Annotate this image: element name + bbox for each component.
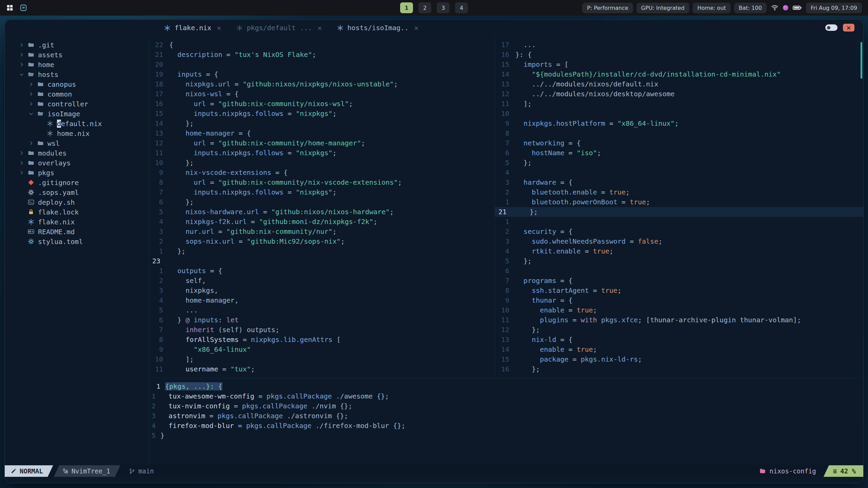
tree-item-common[interactable]: common [5,89,149,99]
code-token: username [185,365,218,373]
tree-item-home-nix[interactable]: home.nix [5,128,149,138]
chevron-right-icon[interactable] [28,141,37,146]
code-token: ; [390,208,394,216]
chevron-right-icon[interactable] [19,52,28,57]
line-number: 5 [149,207,169,217]
editor-flake-nix[interactable]: 22{21 description = "tux's NixOS Flake";… [149,36,495,378]
code-token [169,345,194,353]
chevron-right-icon[interactable] [28,82,37,87]
code-token: thunar [532,296,556,304]
line-number: 6 [149,315,169,325]
tree-item-flake-lock[interactable]: flake.lock [5,207,149,217]
code-token: ; [333,227,337,236]
tree-item-git[interactable]: .git [5,40,149,50]
chevron-right-icon[interactable] [19,62,28,67]
line-number: 13 [149,128,169,138]
tree-item-label: flake.lock [38,208,79,216]
workspace-button-3[interactable]: 3 [437,2,450,13]
tab-close-icon[interactable]: × [217,24,221,32]
code-token: ; [333,149,337,157]
tree-item-pkgs[interactable]: pkgs [5,168,149,178]
tree-item-home[interactable]: home [5,60,149,69]
tree-item-gitignore[interactable]: .gitignore [5,178,149,187]
file-explorer: .gitassetshomehostscanopuscommoncontroll… [5,36,149,465]
code-line: 1 bluetooth.powerOnBoot = true; [495,197,863,207]
code-token: ./nvim {}; [308,402,352,410]
code-token: ./astronvim {}; [283,412,348,420]
chevron-right-icon[interactable] [28,101,37,106]
tab-label: pkgs/default ... [247,24,312,32]
chevron-right-icon[interactable] [19,42,28,47]
code-token: ; [251,365,255,373]
code-token: = [235,237,247,245]
tree-item-assets[interactable]: assets [5,50,149,60]
desktop: { "topbar": { "workspaces": ["1", "2", "… [0,0,868,488]
workspace-button-1[interactable]: 1 [400,2,413,13]
tree-item-label: deploy.sh [38,198,75,206]
chevron-right-icon[interactable] [19,150,28,156]
chevron-right-icon[interactable] [19,160,28,165]
code-token: inputs.nixpkgs.follows [194,149,283,157]
code-line: 4 rtkit.enable = true; [495,246,863,256]
code-token: bluetooth.powerOnBoot [532,198,617,206]
code-line: 13 nix-ld = { [495,335,863,345]
chevron-down-icon[interactable] [28,111,37,116]
tree-item-label: hosts [38,70,58,79]
code-token [169,100,194,108]
code-token: "x86_64-linux" [194,345,251,353]
chevron-right-icon[interactable] [28,92,37,97]
window-close-button[interactable]: × [843,24,854,32]
editor-pkgs-default-nix[interactable]: 1{pkgs, ...}: {1 tux-awesome-wm-config =… [149,378,863,465]
tree-item-canopus[interactable]: canopus [5,79,149,89]
workspace-button-4[interactable]: 4 [455,2,468,13]
tree-item-label: home.nix [57,129,90,138]
tab-close-icon[interactable]: × [317,24,322,32]
app-launcher-icon[interactable] [6,4,14,12]
buffer-tab-pkgs-default[interactable]: pkgs/default ...× [236,24,322,32]
code-line: 1 [495,217,863,227]
code-line: 20 [149,60,495,69]
tree-item-stylua-toml[interactable]: stylua.toml [5,237,149,246]
tree-item-controller[interactable]: controller [5,99,149,109]
code-token [160,402,169,410]
code-token: = { [565,139,581,147]
code-token: }; [515,326,540,334]
code-line: 5 }; [495,256,863,266]
window-pin-toggle[interactable] [825,24,837,31]
code-token: description [177,50,222,59]
scrollbar-thumb[interactable] [861,42,862,79]
code-text: self, [169,276,206,286]
tree-item-isoimage[interactable]: isoImage [5,109,149,119]
code-token [515,178,524,186]
chevron-down-icon[interactable] [19,72,28,77]
workspace-button-2[interactable]: 2 [418,2,431,13]
tree-item-overlays[interactable]: overlays [5,158,149,168]
tree-item-deploy-sh[interactable]: deploy.sh [5,197,149,207]
code-token: = [581,247,593,255]
code-token [169,237,185,245]
tree-item-flake-nix[interactable]: flake.nix [5,217,149,227]
code-line: 7 programs = { [495,276,863,286]
lines-icon: ≡ [833,467,837,475]
tab-close-icon[interactable]: × [414,24,418,32]
code-token: self, [169,277,206,285]
tree-item-wsl[interactable]: wsl [5,138,149,148]
code-text: sops-nix.url = "github:Mic92/sops-nix"; [169,237,345,246]
command-line[interactable] [5,477,863,483]
mode-label: NORMAL [20,467,43,475]
code-token: = [ [552,60,568,68]
tree-item-sops-yaml[interactable]: .sops.yaml [5,187,149,197]
editor-iso-default-nix[interactable]: 17 ...16}: {15 imports = [14 "${modulesP… [495,36,863,378]
tree-item-hosts[interactable]: hosts [5,69,149,79]
buffer-tab-hosts-isoimag[interactable]: hosts/isoImag..× [337,24,419,32]
terminal-window: flake.nix×pkgs/default ...×hosts/isoImag… [4,19,864,483]
code-token: = { [556,178,572,186]
code-token: pkgs.callPackage [246,422,312,430]
tree-item-modules[interactable]: modules [5,148,149,158]
buffer-tab-flake-nix[interactable]: flake.nix× [164,24,221,32]
tree-item-default-nix[interactable]: default.nix [5,119,149,128]
code-token [169,267,177,275]
chevron-right-icon[interactable] [19,170,28,175]
code-token: = [626,237,638,245]
tree-item-readme-md[interactable]: README.md [5,227,149,237]
